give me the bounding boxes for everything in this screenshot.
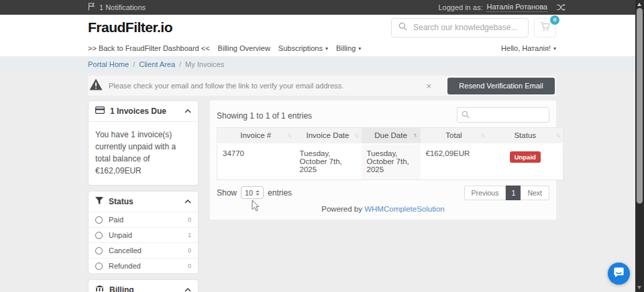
- unpaid-status-badge: Unpaid: [510, 151, 541, 163]
- invoice-number-cell[interactable]: 34770: [217, 144, 294, 180]
- billing-panel-title: Billing: [109, 285, 134, 292]
- pagination-previous-button[interactable]: Previous: [464, 186, 506, 200]
- chevron-up-icon: [184, 288, 191, 292]
- invoices-due-header[interactable]: 1 Invoices Due: [89, 101, 198, 121]
- radio-icon: [95, 216, 103, 224]
- breadcrumb-client-area[interactable]: Client Area: [139, 60, 175, 68]
- status-filter-paid[interactable]: Paid 0: [89, 212, 198, 227]
- window-scrollbar[interactable]: [635, 0, 644, 292]
- logged-in-label: Logged in as:: [438, 3, 482, 11]
- main-nav: >> Back to FraudFilter Dashboard << Bill…: [0, 40, 644, 56]
- breadcrumb-my-invoices: My Invoices: [185, 60, 224, 68]
- chat-icon: [613, 267, 625, 281]
- chevron-down-icon: ▾: [553, 46, 556, 52]
- invoice-row[interactable]: 34770 Tuesday, October 7th, 2025 Tuesday…: [217, 144, 564, 180]
- breadcrumb-bar: Portal Home / Client Area / My Invoices: [0, 56, 644, 72]
- email-verification-alert: Please check your email and follow the l…: [88, 76, 556, 96]
- status-label: Cancelled: [109, 246, 142, 254]
- nav-subscriptions[interactable]: Subscriptions ▾: [278, 44, 328, 52]
- flag-icon: [88, 3, 95, 12]
- nav-billing[interactable]: Billing ▾: [336, 44, 361, 52]
- breadcrumb-portal-home[interactable]: Portal Home: [88, 60, 129, 68]
- cart-icon: [540, 21, 551, 34]
- sort-icon: ↑↓: [556, 132, 559, 139]
- column-header-invoice-number[interactable]: Invoice # ↑↓: [217, 128, 294, 144]
- powered-by-label: Powered by: [321, 205, 362, 213]
- site-logo[interactable]: FraudFilter.io: [88, 19, 172, 35]
- status-cell: Unpaid: [488, 144, 564, 180]
- status-count: 0: [188, 263, 191, 269]
- due-date-cell: Tuesday, October 7th, 2025: [362, 144, 421, 180]
- pagination-next-button[interactable]: Next: [521, 186, 549, 200]
- chevron-down-icon: ▾: [325, 46, 328, 52]
- knowledgebase-search-input[interactable]: [413, 23, 521, 32]
- filter-icon: [95, 197, 103, 206]
- account-menu[interactable]: Hello, Наталія! ▾: [501, 44, 556, 52]
- topbar: 1 Notifications Logged in as: Наталія Ро…: [0, 0, 644, 15]
- column-header-invoice-date[interactable]: Invoice Date ↑↓: [294, 128, 362, 144]
- sort-icon: ↑↓: [288, 132, 291, 139]
- status-filter-cancelled[interactable]: Cancelled 0: [89, 242, 198, 258]
- whmcompletesolution-link[interactable]: WHMCompleteSolution: [364, 205, 445, 213]
- billing-panel-header[interactable]: Billing: [89, 280, 198, 292]
- invoices-due-panel: 1 Invoices Due You have 1 invoice(s) cur…: [88, 100, 199, 186]
- scroll-up-arrow-icon[interactable]: [637, 3, 641, 6]
- page-size-select[interactable]: 10: [241, 186, 264, 199]
- scroll-down-arrow-icon[interactable]: [637, 286, 641, 289]
- billing-panel: Billing My Invoices: [88, 279, 199, 292]
- search-icon: [398, 21, 407, 33]
- radio-icon: [95, 247, 103, 254]
- browser-viewport: 1 Notifications Logged in as: Наталія Ро…: [0, 0, 644, 292]
- status-count: 1: [188, 232, 191, 238]
- column-header-total[interactable]: Total ↑↓: [421, 128, 488, 144]
- warning-icon: [89, 78, 103, 93]
- select-arrows-icon: [256, 190, 260, 196]
- table-search[interactable]: [457, 107, 549, 123]
- site-header: FraudFilter.io 0: [0, 15, 644, 40]
- notifications-link[interactable]: 1 Notifications: [88, 3, 146, 12]
- credit-card-icon: [95, 106, 105, 116]
- cart-button[interactable]: 0: [534, 18, 556, 38]
- invoices-due-text: You have 1 invoice(s) currently unpaid w…: [89, 121, 198, 185]
- knowledgebase-search[interactable]: [391, 18, 529, 38]
- cart-count-badge: 0: [550, 15, 559, 25]
- status-label: Refunded: [109, 262, 141, 270]
- search-icon: [462, 109, 470, 121]
- resend-verification-button[interactable]: Resend Verification Email: [447, 78, 555, 94]
- account-greeting: Hello, Наталія!: [501, 44, 551, 52]
- breadcrumb-separator: /: [179, 60, 181, 68]
- scrollbar-thumb[interactable]: [637, 8, 643, 204]
- column-header-due-date[interactable]: Due Date ↑↓: [362, 128, 421, 144]
- status-filter-unpaid[interactable]: Unpaid 1: [89, 227, 198, 242]
- nav-billing-overview[interactable]: Billing Overview: [218, 44, 270, 52]
- close-icon[interactable]: ×: [426, 81, 431, 91]
- invoices-table: Invoice # ↑↓ Invoice Date ↑↓ Due Date ↑↓: [217, 127, 564, 180]
- powered-by-footer: Powered by WHMCompleteSolution: [217, 205, 549, 213]
- invoices-due-title: 1 Invoices Due: [110, 106, 166, 116]
- alert-message: Please check your email and follow the l…: [109, 82, 343, 90]
- chat-launcher-button[interactable]: [608, 263, 630, 285]
- nav-back-to-dashboard[interactable]: >> Back to FraudFilter Dashboard <<: [88, 44, 210, 52]
- chevron-up-icon: [184, 109, 191, 113]
- nav-subscriptions-label: Subscriptions: [278, 44, 323, 52]
- table-search-input[interactable]: [473, 111, 540, 119]
- status-filter-refunded[interactable]: Refunded 0: [89, 258, 198, 273]
- chevron-down-icon: ▾: [358, 46, 361, 52]
- chevron-up-icon: [184, 200, 191, 204]
- nav-billing-label: Billing: [336, 44, 356, 52]
- pagination-page-1-button[interactable]: 1: [506, 186, 521, 200]
- shuffle-icon[interactable]: [557, 4, 566, 11]
- sidebar: 1 Invoices Due You have 1 invoice(s) cur…: [88, 100, 199, 292]
- status-filter-header[interactable]: Status: [89, 192, 198, 212]
- status-count: 0: [188, 216, 191, 223]
- logged-in-user-link[interactable]: Наталія Ротанова: [486, 3, 547, 12]
- invoice-date-cell: Tuesday, October 7th, 2025: [294, 144, 362, 180]
- radio-icon: [95, 232, 103, 239]
- column-header-status[interactable]: Status ↑↓: [488, 128, 564, 144]
- total-cell: €162,09EUR: [421, 144, 488, 180]
- sort-icon: ↑↓: [481, 132, 484, 139]
- sort-icon: ↑↓: [414, 132, 417, 139]
- status-count: 0: [188, 247, 191, 254]
- breadcrumb-separator: /: [133, 60, 135, 68]
- notifications-label: 1 Notifications: [99, 3, 146, 11]
